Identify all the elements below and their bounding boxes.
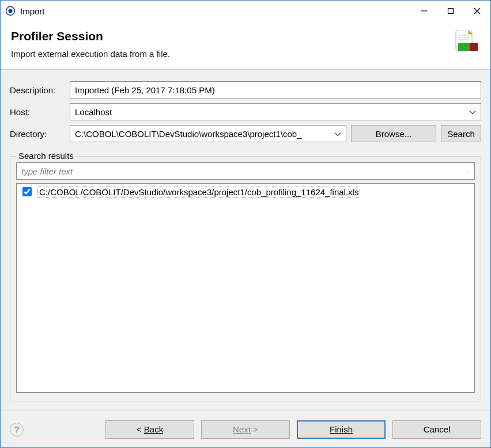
finish-button[interactable]: Finish: [297, 420, 386, 439]
chevron-down-icon: [334, 129, 341, 139]
search-button[interactable]: Search: [441, 125, 481, 142]
description-input[interactable]: Imported (Feb 25, 2017 7:18:05 PM): [70, 81, 481, 98]
svg-point-1: [9, 9, 13, 13]
page-subtitle: Import external execution data from a fi…: [11, 49, 445, 59]
close-button[interactable]: [464, 1, 490, 21]
svg-rect-10: [458, 43, 470, 51]
back-button[interactable]: < Back: [105, 420, 194, 439]
page-title: Profiler Session: [11, 29, 445, 43]
filter-placeholder: type filter text: [21, 166, 73, 176]
result-row[interactable]: C:/COBOL/COBOLIT/DevStudio/workspace3/pr…: [20, 186, 471, 198]
profiler-header-icon: [452, 31, 480, 54]
directory-select[interactable]: C:\COBOL\COBOLIT\DevStudio\workspace3\pr…: [70, 125, 346, 142]
svg-rect-3: [448, 9, 454, 14]
minimize-button[interactable]: [411, 1, 437, 21]
help-button[interactable]: ?: [10, 423, 24, 436]
search-results-legend: Search results: [16, 151, 76, 161]
next-button: Next >: [201, 420, 290, 439]
help-icon: ?: [14, 424, 19, 434]
title-bar: Import: [1, 1, 490, 21]
description-value: Imported (Feb 25, 2017 7:18:05 PM): [75, 85, 215, 95]
filter-input[interactable]: type filter text: [16, 162, 475, 180]
maximize-button[interactable]: [437, 1, 464, 21]
wizard-header: Profiler Session Import external executi…: [1, 21, 490, 70]
host-label: Host:: [10, 107, 65, 117]
result-path: C:/COBOL/COBOLIT/DevStudio/workspace3/pr…: [37, 187, 360, 198]
window-title: Import: [20, 6, 45, 16]
result-checkbox[interactable]: [22, 187, 32, 196]
directory-value: C:\COBOL\COBOLIT\DevStudio\workspace3\pr…: [75, 129, 341, 139]
directory-label: Directory:: [10, 129, 65, 139]
search-results-fieldset: Search results type filter text C:/COBOL…: [10, 156, 481, 401]
clear-filter-icon[interactable]: [464, 168, 471, 174]
app-icon: [5, 6, 16, 16]
host-select[interactable]: Localhost: [70, 103, 481, 120]
host-value: Localhost: [75, 107, 112, 117]
description-label: Description:: [10, 85, 65, 95]
cancel-button[interactable]: Cancel: [392, 420, 481, 439]
form-area: Description: Imported (Feb 25, 2017 7:18…: [1, 70, 490, 151]
chevron-down-icon: [469, 107, 476, 117]
svg-rect-11: [470, 43, 478, 51]
browse-button[interactable]: Browse...: [351, 125, 436, 142]
results-list[interactable]: C:/COBOL/COBOLIT/DevStudio/workspace3/pr…: [16, 183, 475, 393]
wizard-button-bar: ? < Back Next > Finish Cancel: [1, 411, 490, 447]
